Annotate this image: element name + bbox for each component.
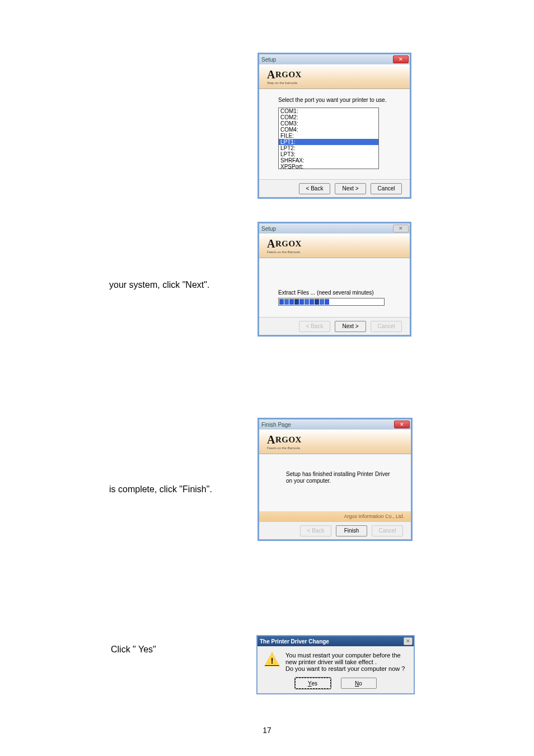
msgbox-line2: Do you want to restart your computer now… <box>285 665 407 672</box>
progress-bar <box>278 298 385 306</box>
close-icon[interactable]: ✕ <box>394 421 410 428</box>
close-icon[interactable]: ✕ <box>393 55 409 63</box>
finish-message: Setup has finished installing Printer Dr… <box>286 471 391 484</box>
cancel-button[interactable]: Cancel <box>371 183 402 194</box>
port-option[interactable]: COM1: <box>279 108 378 114</box>
argox-logo: ARGOX <box>267 237 410 250</box>
back-button: < Back <box>299 321 330 332</box>
page-number: 17 <box>263 726 271 735</box>
restart-msgbox: The Printer Driver Change ✕ ! You must r… <box>256 635 415 694</box>
titlebar: The Printer Driver Change ✕ <box>257 636 414 646</box>
argox-banner: ARGOX Feeds on the Barcode <box>259 234 410 258</box>
argox-tagline: Step on the barcode <box>267 81 410 85</box>
finish-button[interactable]: Finish <box>336 525 367 536</box>
dialog-title: The Printer Driver Change <box>260 638 329 645</box>
port-label: Select the port you want your printer to… <box>278 97 399 103</box>
port-option[interactable]: FILE: <box>279 133 378 139</box>
port-option[interactable]: COM4: <box>279 127 378 133</box>
argox-logo: ARGOX <box>267 68 410 81</box>
port-option[interactable]: LPT2: <box>279 145 378 151</box>
dialog-title: Setup <box>261 226 276 232</box>
no-button[interactable]: No <box>341 678 377 689</box>
cancel-button: Cancel <box>371 321 402 332</box>
msgbox-line1: You must restart your computer before th… <box>285 652 407 665</box>
caption-complete: is complete, click "Finish". <box>109 484 212 494</box>
argox-banner: ARGOX Feeds on the Barcode <box>259 430 411 454</box>
port-option[interactable]: SHRFAX: <box>279 157 378 164</box>
caption-yes: Click " Yes" <box>111 645 156 655</box>
msgbox-body: ! You must restart your computer before … <box>257 646 414 675</box>
port-option[interactable]: LPT1: <box>279 139 378 145</box>
argox-tagline: Feeds on the Barcode <box>267 446 411 450</box>
dialog-title: Finish Page <box>261 422 291 428</box>
back-button: < Back <box>300 525 331 536</box>
titlebar: Setup ✕ <box>259 223 410 234</box>
titlebar: Finish Page ✕ <box>259 419 411 430</box>
next-button[interactable]: Next > <box>335 183 366 194</box>
cancel-button: Cancel <box>372 525 403 536</box>
port-option[interactable]: COM3: <box>279 120 378 127</box>
setup-extract-dialog: Setup ✕ ARGOX Feeds on the Barcode Extra… <box>257 222 411 337</box>
dialog-title: Setup <box>261 57 276 63</box>
finish-dialog: Finish Page ✕ ARGOX Feeds on the Barcode… <box>257 418 413 541</box>
argox-logo: ARGOX <box>267 433 411 446</box>
yes-button[interactable]: Yes <box>295 678 331 689</box>
warning-icon: ! <box>264 652 280 672</box>
close-icon[interactable]: ✕ <box>404 637 413 645</box>
port-listbox[interactable]: COM1:COM2:COM3:COM4:FILE:LPT1:LPT2:LPT3:… <box>278 108 379 169</box>
back-button[interactable]: < Back <box>299 183 330 194</box>
port-option[interactable]: XPSPort: <box>279 164 378 169</box>
port-option[interactable]: COM2: <box>279 114 378 120</box>
port-option[interactable]: LPT3: <box>279 151 378 157</box>
extract-label: Extract Files ... (need several minutes) <box>278 290 399 296</box>
argox-banner: ARGOX Step on the barcode <box>259 64 410 89</box>
argox-tagline: Feeds on the Barcode <box>267 250 410 254</box>
close-icon[interactable]: ✕ <box>393 225 409 232</box>
next-button[interactable]: Next > <box>335 321 366 332</box>
company-footer: Argox Information Co., Ltd. <box>259 511 411 521</box>
setup-port-dialog: Setup ✕ ARGOX Step on the barcode Select… <box>257 53 411 199</box>
titlebar: Setup ✕ <box>259 54 410 64</box>
caption-system: your system, click "Next". <box>109 280 209 290</box>
